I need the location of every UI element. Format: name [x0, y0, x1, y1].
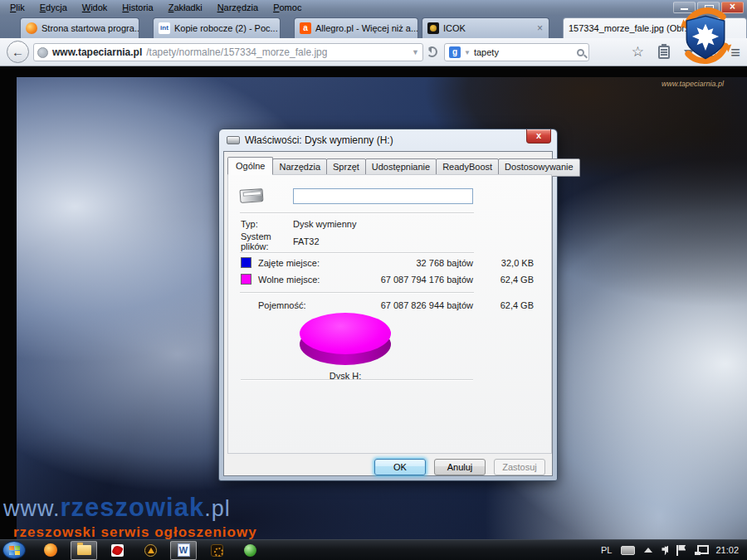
rzeszowiak-watermark-subtitle: rzeszowski serwis ogłoszeniowy — [13, 524, 257, 541]
separator — [240, 292, 474, 294]
bookmark-star-icon[interactable]: ☆ — [632, 42, 644, 62]
dialog-close-icon[interactable]: x — [526, 129, 551, 144]
url-path: /tapety/normalne/157334_morze_fale.jpg — [146, 46, 327, 58]
interia-icon: int — [159, 22, 170, 34]
taskbar-burner-button[interactable] — [137, 541, 164, 560]
clock[interactable]: 21:02 — [715, 545, 739, 555]
dialog-client: Ogólne Narzędzia Sprzęt Udostępnianie Re… — [223, 151, 553, 476]
menu-widok[interactable]: Widok — [76, 2, 115, 13]
tab-strona-startowa[interactable]: Strona startowa progra... × — [20, 17, 139, 38]
taskbar: W PL 21:02 — [0, 539, 747, 560]
menu-pomoc[interactable]: Pomoc — [266, 2, 308, 13]
free-space-size: 62,4 GB — [477, 275, 534, 285]
tab-allegro[interactable]: a Allegro.pl - Więcej niż a... × — [294, 17, 418, 38]
removable-drive-icon — [239, 188, 263, 203]
taskbar-greenapp-button[interactable] — [237, 541, 263, 560]
rzeszowiak-logo-icon — [676, 7, 735, 66]
tab-icok[interactable]: ICOK × — [422, 17, 549, 38]
menu-zakladki[interactable]: Zakładki — [162, 2, 209, 13]
language-indicator[interactable]: PL — [601, 545, 612, 555]
volume-icon[interactable] — [662, 546, 666, 555]
reload-icon[interactable] — [427, 46, 437, 57]
filesystem-value: FAT32 — [293, 236, 320, 246]
folder-icon — [77, 545, 91, 555]
start-button[interactable] — [2, 541, 26, 559]
taskbar-apps: W — [37, 541, 263, 560]
properties-dialog: Właściwości: Dysk wymienny (H:) x Ogólne… — [218, 129, 558, 481]
action-center-flag-icon[interactable] — [676, 545, 686, 556]
firefox-icon — [44, 543, 57, 557]
capacity-label: Pojemność: — [258, 300, 305, 310]
allegro-icon: a — [300, 22, 311, 34]
free-space-label: Wolne miejsce: — [258, 275, 320, 285]
volume-label-input[interactable] — [293, 188, 473, 204]
separator — [240, 252, 474, 254]
firefox-icon — [26, 22, 37, 34]
browser-tabbar: Strona startowa progra... × int Kopie ro… — [0, 15, 747, 38]
taskbar-utility-button[interactable] — [203, 541, 230, 560]
menu-plik[interactable]: Plik — [3, 2, 32, 13]
search-input[interactable]: g ▼ tapety — [444, 43, 589, 61]
filesystem-label: System plików: — [241, 231, 284, 251]
used-space-label: Zajęte miejsce: — [258, 258, 320, 268]
capacity-bytes: 67 087 826 944 bajtów — [361, 300, 473, 310]
photo-letterbox-top — [0, 66, 747, 77]
desktop: www.tapeciarnia.pl Plik Edycja Widok His… — [0, 0, 747, 560]
drive-small-icon — [227, 136, 240, 144]
site-globe-icon — [37, 47, 48, 58]
back-icon[interactable]: ← — [7, 41, 29, 63]
apply-button[interactable]: Zastosuj — [494, 459, 545, 475]
photo-letterbox-left — [0, 66, 17, 539]
menu-narzedzia[interactable]: Narzędzia — [211, 2, 266, 13]
used-space-bytes: 32 768 bajtów — [361, 258, 473, 268]
separator — [241, 379, 473, 381]
cancel-button[interactable]: Anuluj — [434, 459, 486, 475]
menu-historia[interactable]: Historia — [115, 2, 159, 13]
browser-navbar: ← www.tapeciarnia.pl /tapety/normalne/15… — [0, 38, 747, 66]
show-hidden-icons-chevron[interactable] — [644, 548, 652, 553]
dialog-title: Właściwości: Dysk wymienny (H:) — [245, 134, 393, 146]
capacity-size: 62,4 GB — [477, 300, 534, 310]
free-space-swatch — [241, 274, 251, 285]
rzeszowiak-watermark: www.rzeszowiak.pl — [3, 493, 231, 523]
pie-free-slice — [300, 313, 391, 354]
wallpaper-credit: www.tapeciarnia.pl — [662, 80, 724, 88]
keyboard-icon[interactable] — [621, 546, 635, 555]
used-space-size: 32,0 KB — [477, 258, 534, 268]
free-space-bytes: 67 087 794 176 bajtów — [361, 275, 473, 285]
green-sphere-icon — [244, 544, 256, 557]
search-value: tapety — [474, 47, 499, 57]
amber-triangle-icon — [144, 544, 157, 557]
dialog-titlebar[interactable]: Właściwości: Dysk wymienny (H:) — [219, 129, 557, 151]
taskbar-imageapp-button[interactable] — [104, 541, 130, 560]
paint-splat-icon — [111, 544, 124, 557]
taskbar-explorer-button[interactable] — [71, 541, 97, 560]
tab-close-icon[interactable]: × — [536, 22, 544, 34]
disk-usage-pie-chart — [300, 313, 391, 368]
taskbar-firefox-button[interactable] — [37, 541, 64, 560]
type-value: Dysk wymienny — [293, 219, 356, 229]
taskbar-word-button[interactable]: W — [170, 541, 197, 560]
icok-icon — [427, 22, 439, 34]
general-tab-page: Typ: Dysk wymienny System plików: FAT32 … — [227, 174, 552, 454]
menu-edycja[interactable]: Edycja — [33, 2, 74, 13]
word-icon: W — [178, 543, 190, 557]
system-tray: PL 21:02 — [601, 545, 747, 556]
engine-dropdown-icon[interactable]: ▼ — [464, 49, 471, 56]
ok-button[interactable]: OK — [374, 459, 426, 475]
used-space-swatch — [241, 257, 251, 268]
windows-logo-icon — [9, 546, 20, 555]
search-icon[interactable] — [577, 49, 584, 56]
network-icon[interactable] — [695, 545, 706, 555]
bookmarks-menu-icon[interactable] — [658, 46, 670, 59]
tab-ogolne[interactable]: Ogólne — [227, 157, 273, 175]
tab-kopie-robocze[interactable]: int Kopie robocze (2) - Poc... × — [153, 17, 281, 38]
url-domain: www.tapeciarnia.pl — [52, 46, 142, 58]
url-bar[interactable]: www.tapeciarnia.pl /tapety/normalne/1573… — [33, 43, 423, 61]
separator — [240, 212, 474, 214]
gear-icon — [211, 544, 223, 557]
browser-menubar: Plik Edycja Widok Historia Zakładki Narz… — [0, 0, 747, 15]
url-dropdown-icon[interactable]: ▼ — [412, 48, 419, 56]
type-label: Typ: — [241, 219, 258, 229]
google-engine-icon[interactable]: g — [449, 46, 461, 58]
